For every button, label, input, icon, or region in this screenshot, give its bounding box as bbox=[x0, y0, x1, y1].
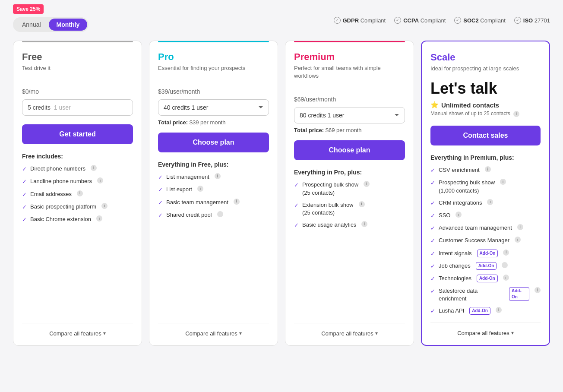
free-price-suffix: /mo bbox=[29, 88, 39, 95]
info-icon[interactable]: i bbox=[515, 237, 521, 243]
premium-top-border bbox=[294, 41, 405, 42]
chevron-down-icon: ▾ bbox=[511, 330, 514, 336]
list-item: ✓ List export i bbox=[158, 186, 269, 194]
premium-price-suffix: /user/month bbox=[304, 96, 336, 103]
info-icon[interactable]: i bbox=[91, 165, 97, 171]
free-plan-card: Free Test drive it $0/mo 5 credits 1 use… bbox=[13, 41, 142, 346]
info-icon[interactable]: i bbox=[503, 275, 509, 281]
info-icon[interactable]: i bbox=[97, 177, 103, 183]
soc2-name: SOC2 bbox=[463, 17, 478, 24]
info-icon[interactable]: i bbox=[197, 186, 203, 192]
pro-total-price: Total price: $39 per month bbox=[158, 119, 269, 126]
monthly-button[interactable]: Monthly bbox=[49, 19, 88, 31]
pro-plan-desc: Essential for finding your prospects bbox=[158, 64, 269, 72]
list-item: ✓ Direct phone numbers i bbox=[22, 165, 133, 173]
star-icon: ⭐ bbox=[430, 101, 439, 109]
free-credits-display: 5 credits 1 user bbox=[22, 99, 133, 116]
premium-plan-card: Premium Perfect for small teams with sim… bbox=[285, 41, 414, 346]
check-icon: ✓ bbox=[430, 275, 435, 283]
free-feature-list: ✓ Direct phone numbers i ✓ Landline phon… bbox=[22, 165, 133, 316]
check-icon: ✓ bbox=[430, 307, 435, 315]
addon-badge: Add-On bbox=[509, 287, 529, 301]
info-icon[interactable]: i bbox=[361, 221, 367, 227]
scale-plan-name: Scale bbox=[430, 52, 541, 63]
chevron-down-icon: ▾ bbox=[103, 330, 106, 336]
premium-plan-name: Premium bbox=[294, 51, 405, 63]
pro-credits-selector[interactable]: 40 credits 1 user 80 credits 2 users 120… bbox=[158, 99, 269, 116]
check-icon: ✓ bbox=[430, 262, 435, 270]
check-icon: ✓ bbox=[430, 250, 435, 258]
info-icon[interactable]: i bbox=[513, 111, 519, 117]
list-item: ✓ Shared credit pool i bbox=[158, 211, 269, 219]
info-icon[interactable]: i bbox=[101, 203, 108, 209]
check-icon: ✓ bbox=[158, 212, 163, 219]
info-icon[interactable]: i bbox=[517, 224, 523, 230]
addon-badge: Add-On bbox=[477, 250, 498, 257]
ccpa-suffix: Compliant bbox=[421, 17, 446, 24]
ccpa-name: CCPA bbox=[403, 17, 419, 24]
list-item: ✓ Prospecting bulk show(1,000 contacts) … bbox=[430, 179, 541, 194]
info-icon[interactable]: i bbox=[455, 212, 462, 218]
info-icon[interactable]: i bbox=[502, 262, 508, 268]
check-icon: ✓ bbox=[430, 288, 435, 295]
scale-plan-card: Scale Ideal for prospecting at large sca… bbox=[421, 41, 550, 346]
gdpr-badge: ✓ GDPR Compliant bbox=[334, 17, 386, 24]
list-item: ✓ Technologies Add-On i bbox=[430, 275, 541, 283]
check-icon: ✓ bbox=[294, 181, 299, 189]
check-icon: ✓ bbox=[22, 191, 27, 199]
info-icon[interactable]: i bbox=[535, 287, 541, 293]
premium-credits-selector[interactable]: 80 credits 1 user 160 credits 2 users 24… bbox=[294, 107, 405, 123]
info-icon[interactable]: i bbox=[215, 173, 221, 179]
info-icon[interactable]: i bbox=[217, 211, 223, 217]
scale-compare-all[interactable]: Compare all features ▾ bbox=[430, 322, 541, 336]
addon-badge: Add-On bbox=[469, 307, 490, 315]
list-item: ✓ Intent signals Add-On i bbox=[430, 250, 541, 258]
check-icon: ✓ bbox=[430, 179, 435, 187]
premium-feature-list: ✓ Prospecting bulk show(25 contacts) i ✓… bbox=[294, 181, 405, 316]
soc2-badge: ✓ SOC2 Compliant bbox=[454, 17, 506, 24]
list-item: ✓ Basic usage analytics i bbox=[294, 221, 405, 229]
scale-feature-list: ✓ CSV enrichment i ✓ Prospecting bulk sh… bbox=[430, 166, 541, 315]
pro-plan-price: $39/user/month bbox=[158, 79, 269, 98]
info-icon[interactable]: i bbox=[503, 250, 509, 256]
info-icon[interactable]: i bbox=[234, 199, 240, 205]
iso-check-icon: ✓ bbox=[514, 17, 521, 24]
check-icon: ✓ bbox=[430, 212, 435, 220]
chevron-down-icon: ▾ bbox=[375, 330, 378, 336]
free-plan-price: $0/mo bbox=[22, 79, 133, 98]
info-icon[interactable]: i bbox=[500, 179, 506, 185]
list-item: ✓ Landline phone numbers i bbox=[22, 177, 133, 186]
check-icon: ✓ bbox=[22, 178, 27, 186]
ccpa-check-icon: ✓ bbox=[394, 17, 401, 24]
pro-cta-button[interactable]: Choose plan bbox=[158, 133, 269, 152]
check-icon: ✓ bbox=[22, 165, 27, 173]
check-icon: ✓ bbox=[430, 237, 435, 245]
premium-compare-all[interactable]: Compare all features ▾ bbox=[294, 323, 405, 337]
scale-cta-button[interactable]: Contact sales bbox=[430, 126, 541, 145]
list-item: ✓ Salesforce data enrichment Add-On i bbox=[430, 287, 541, 303]
pro-compare-all[interactable]: Compare all features ▾ bbox=[158, 323, 269, 337]
info-icon[interactable]: i bbox=[364, 181, 370, 187]
free-compare-all[interactable]: Compare all features ▾ bbox=[22, 323, 133, 337]
billing-toggle[interactable]: Annual Monthly bbox=[13, 17, 89, 32]
info-icon[interactable]: i bbox=[485, 166, 491, 172]
info-icon[interactable]: i bbox=[487, 199, 493, 205]
chevron-down-icon: ▾ bbox=[239, 330, 242, 336]
pro-plan-name: Pro bbox=[158, 51, 269, 63]
info-icon[interactable]: i bbox=[496, 307, 502, 313]
list-item: ✓ Email addresses i bbox=[22, 190, 133, 199]
premium-cta-button[interactable]: Choose plan bbox=[294, 140, 405, 160]
scale-plan-desc: Ideal for prospecting at large scales bbox=[430, 65, 541, 73]
info-icon[interactable]: i bbox=[77, 190, 83, 196]
info-icon[interactable]: i bbox=[359, 201, 365, 207]
gdpr-suffix: Compliant bbox=[361, 17, 386, 24]
pro-price-suffix: /user/month bbox=[168, 88, 200, 95]
info-icon[interactable]: i bbox=[96, 215, 102, 221]
check-icon: ✓ bbox=[430, 167, 435, 174]
free-cta-button[interactable]: Get started bbox=[22, 124, 133, 144]
ccpa-badge: ✓ CCPA Compliant bbox=[394, 17, 446, 24]
annual-button[interactable]: Annual bbox=[14, 19, 49, 31]
addon-badge: Add-On bbox=[476, 262, 497, 270]
premium-includes-title: Everything in Pro, plus: bbox=[294, 169, 405, 176]
soc2-suffix: Compliant bbox=[480, 17, 506, 24]
